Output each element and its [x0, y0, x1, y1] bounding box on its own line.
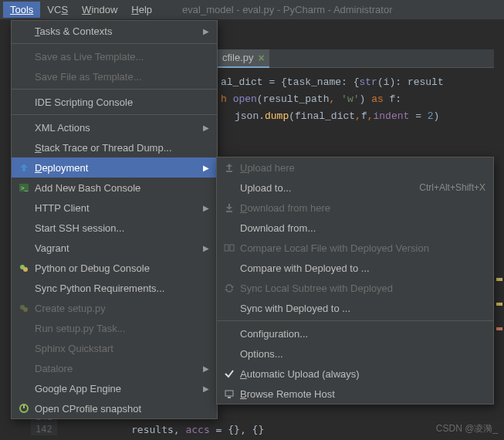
tools-dropdown: Tasks & Contexts▶Save as Live Template..… — [11, 20, 218, 419]
python-icon — [16, 262, 32, 274]
editor-tab-cfile[interactable]: cfile.py × — [216, 49, 269, 68]
blank-icon — [16, 362, 32, 374]
svg-marker-10 — [226, 204, 232, 210]
window-title: eval_model - eval.py - PyCharm - Adminis… — [182, 4, 392, 15]
svg-marker-14 — [231, 286, 234, 288]
tools-item-open-cprofile-snapshot[interactable]: Open CProfile snapshot — [12, 398, 217, 418]
blank-icon — [222, 347, 237, 360]
menu-item-label: Options... — [240, 348, 485, 360]
tools-item-start-ssh-session[interactable]: Start SSH session... — [12, 218, 217, 238]
menu-item-label: Python or Debug Console — [35, 262, 209, 274]
menu-item-label: Download from... — [240, 222, 485, 234]
tools-item-xml-actions[interactable]: XML Actions▶ — [12, 117, 217, 137]
deployment-item-download-from-here: Download from here — [217, 198, 493, 218]
menu-item-label: Browse Remote Host — [240, 388, 485, 400]
tools-item-ide-scripting-console[interactable]: IDE Scripting Console — [12, 92, 217, 112]
profile-icon — [16, 402, 32, 415]
menu-item-label: Sync with Deployed to ... — [240, 303, 485, 314]
tools-item-stack-trace-or-thread-dump[interactable]: Stack Trace or Thread Dump... — [12, 137, 217, 157]
tools-item-google-app-engine[interactable]: Google App Engine▶ — [12, 378, 217, 398]
svg-marker-8 — [226, 164, 232, 170]
svg-marker-0 — [20, 164, 28, 171]
blank-icon — [222, 222, 237, 234]
menu-separator — [12, 43, 217, 44]
deploy-icon — [16, 161, 32, 174]
submenu-arrow-icon: ▶ — [203, 164, 209, 172]
check-icon — [222, 367, 237, 380]
blank-icon — [16, 382, 32, 394]
deployment-item-upload-to[interactable]: Upload to...Ctrl+Alt+Shift+X — [217, 178, 493, 198]
deployment-item-download-from[interactable]: Download from... — [217, 218, 493, 238]
submenu-arrow-icon: ▶ — [203, 124, 209, 132]
submenu-arrow-icon: ▶ — [203, 384, 209, 393]
deployment-item-sync-local-subtree-with-deployed: Sync Local Subtree with Deployed — [217, 278, 493, 298]
blank-icon — [16, 242, 32, 254]
menu-item-label: XML Actions — [35, 122, 198, 134]
blank-icon — [16, 322, 32, 334]
menu-item-label: Compare Local File with Deployed Version — [240, 242, 485, 254]
tools-item-add-new-bash-console[interactable]: >_Add New Bash Console — [12, 178, 217, 198]
menu-item-label: Datalore — [35, 363, 198, 374]
menu-item-label: Stack Trace or Thread Dump... — [35, 142, 209, 154]
menu-item-label: Save File as Template... — [35, 71, 209, 83]
blank-icon — [222, 327, 237, 340]
submenu-arrow-icon: ▶ — [203, 244, 209, 252]
bash-icon: >_ — [16, 181, 32, 194]
deployment-item-browse-remote-host[interactable]: Browse Remote Host — [217, 384, 493, 404]
menu-item-label: HTTP Client — [35, 202, 198, 214]
menu-item-label: Vagrant — [35, 242, 198, 254]
menu-vcs[interactable]: VCS — [40, 2, 75, 18]
blank-icon — [16, 121, 32, 134]
svg-text:>_: >_ — [21, 184, 29, 191]
tools-item-vagrant[interactable]: Vagrant▶ — [12, 238, 217, 258]
tools-item-save-file-as-template: Save File as Template... — [12, 66, 217, 86]
tools-item-tasks-contexts[interactable]: Tasks & Contexts▶ — [12, 21, 217, 41]
blank-icon — [16, 342, 32, 354]
blank-icon — [16, 25, 32, 37]
blank-icon — [16, 96, 32, 108]
menu-shortcut: Ctrl+Alt+Shift+X — [419, 182, 485, 193]
menu-item-label: Deployment — [35, 162, 198, 174]
editor-bottom-line: results, accs = {}, {} — [131, 424, 264, 435]
tools-item-sync-python-requirements[interactable]: Sync Python Requirements... — [12, 278, 217, 298]
menu-bar: Tools VCS Window Help eval_model - eval.… — [0, 0, 504, 20]
svg-rect-12 — [225, 245, 228, 251]
deployment-item-compare-local-file-with-deployed-version: Compare Local File with Deployed Version — [217, 238, 493, 258]
deployment-item-sync-with-deployed-to[interactable]: Sync with Deployed to ... — [217, 298, 493, 318]
menu-item-label: Open CProfile snapshot — [35, 403, 209, 415]
menu-item-label: Upload to... — [240, 182, 413, 194]
menu-item-label: Sphinx Quickstart — [35, 343, 209, 354]
svg-rect-9 — [226, 171, 232, 172]
deployment-item-options[interactable]: Options... — [217, 344, 493, 364]
blank-icon — [16, 201, 32, 214]
menu-tools[interactable]: Tools — [3, 2, 40, 18]
menu-item-label: Sync Local Subtree with Deployed — [240, 283, 485, 294]
close-icon[interactable]: × — [258, 52, 264, 64]
tools-item-deployment[interactable]: Deployment▶ — [12, 157, 217, 178]
svg-marker-15 — [225, 289, 228, 290]
menu-item-label: Compare with Deployed to ... — [240, 262, 485, 274]
deployment-item-automatic-upload-always[interactable]: Automatic Upload (always) — [217, 364, 493, 384]
menu-separator — [217, 320, 493, 321]
blank-icon — [222, 302, 237, 314]
tab-label: cfile.py — [222, 52, 253, 63]
menu-item-label: Google App Engine — [35, 383, 198, 394]
menu-item-label: IDE Scripting Console — [35, 96, 209, 108]
tools-item-create-setup-py: Create setup.py — [12, 298, 217, 318]
tools-item-http-client[interactable]: HTTP Client▶ — [12, 198, 217, 218]
tools-item-python-or-debug-console[interactable]: Python or Debug Console — [12, 258, 217, 278]
svg-rect-17 — [228, 397, 231, 398]
menu-item-label: Automatic Upload (always) — [240, 368, 485, 380]
code-editor[interactable]: al_dict = {task_name: {str(i): result h … — [216, 69, 504, 125]
download-icon — [222, 201, 237, 214]
blank-icon — [16, 70, 32, 83]
menu-window[interactable]: Window — [75, 2, 124, 18]
deployment-item-configuration[interactable]: Configuration... — [217, 323, 493, 344]
menu-help[interactable]: Help — [124, 2, 159, 18]
menu-item-label: Start SSH session... — [35, 222, 209, 234]
editor-tab-bar: cfile.py × — [216, 49, 494, 68]
deployment-submenu: Upload hereUpload to...Ctrl+Alt+Shift+XD… — [216, 157, 494, 404]
deployment-item-compare-with-deployed-to[interactable]: Compare with Deployed to ... — [217, 258, 493, 278]
tools-item-datalore: Datalore▶ — [12, 358, 217, 378]
blank-icon — [16, 222, 32, 234]
